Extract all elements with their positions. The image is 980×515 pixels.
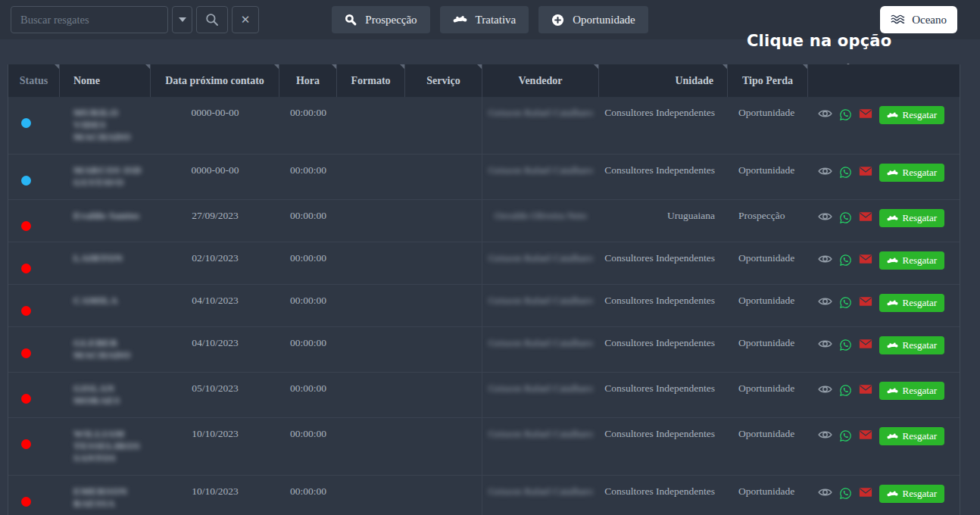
status-cell [8,285,60,326]
email-icon[interactable] [859,211,872,222]
resgatar-button[interactable]: Resgatar [879,209,944,227]
resgatar-button[interactable]: Resgatar [879,427,944,445]
resgatar-button[interactable]: Resgatar [879,382,944,400]
data-proximo-contato-cell: 05/10/2023 [151,373,279,417]
resgatar-button[interactable]: Resgatar [879,336,944,354]
hora-cell: 00:00:00 [279,97,337,154]
eye-icon[interactable] [818,254,832,264]
email-icon[interactable] [859,166,872,176]
plus-circle-icon [551,14,564,27]
formato-cell [337,418,405,475]
email-icon[interactable] [859,296,872,307]
servico-cell [405,200,482,242]
prospeccao-button[interactable]: Prospecção [332,6,429,33]
vendedor-cell: Geisson Rafael Catalharo [482,97,599,154]
nome-text-blurred: CAMILA [60,295,151,307]
whatsapp-icon[interactable] [839,166,852,179]
column-header-servico[interactable]: Serviço [405,64,482,97]
formato-cell [337,154,405,199]
status-cell [8,476,60,515]
whatsapp-icon[interactable] [839,429,852,442]
email-icon[interactable] [859,108,872,119]
resgatar-button[interactable]: Resgatar [879,294,944,312]
resgatar-label: Resgatar [903,430,937,442]
column-header-formato[interactable]: Formato [337,64,405,97]
nome-cell: CAMILA [60,285,151,326]
tipo-perda-cell: Oportunidade [728,154,808,199]
vendedor-cell: Geisson Rafael Catalharo [482,154,599,199]
servico-cell [405,418,482,475]
status-cell [8,327,60,372]
table-row: GISLAN MORAES 05/10/2023 00:00:00 Geisso… [8,372,960,417]
whatsapp-icon[interactable] [839,487,852,500]
data-proximo-contato-cell: 27/09/2023 [151,200,279,242]
column-header-hora[interactable]: Hora [279,64,337,97]
column-header-unidade[interactable]: Unidade [599,64,728,97]
eye-icon[interactable] [818,296,832,307]
oceano-button[interactable]: Oceano [880,6,957,33]
handshake-icon [887,490,898,498]
column-header-vendedor[interactable]: Vendedor [482,64,599,97]
search-button[interactable] [196,6,228,33]
servico-cell [405,285,482,326]
table-row: EMERSON BAESSA 10/10/2023 00:00:00 Geiss… [8,475,960,515]
nome-text-blurred: GLEBER MACHADO [60,337,151,361]
email-icon[interactable] [859,384,872,395]
eye-icon[interactable] [818,166,832,176]
servico-cell [405,373,482,417]
email-icon[interactable] [859,339,872,349]
unidade-cell: Consultores Independentes [599,373,728,417]
tipo-perda-cell: Prospecção [728,200,808,242]
resgatar-button[interactable]: Resgatar [879,251,944,270]
acoes-cell: Resgatar [808,97,960,124]
whatsapp-icon[interactable] [839,254,852,267]
status-dot [21,439,31,449]
nome-cell: MURILO VIDES MACHADO [60,97,151,154]
whatsapp-icon[interactable] [839,384,852,397]
email-icon[interactable] [859,254,872,264]
formato-cell [337,327,405,372]
search-input[interactable] [11,6,168,33]
whatsapp-icon[interactable] [839,296,852,309]
resgatar-label: Resgatar [903,109,937,121]
clear-search-button[interactable]: ✕ [232,6,259,33]
column-header-nome[interactable]: Nome [60,64,151,97]
eye-icon[interactable] [818,429,832,440]
eye-icon[interactable] [818,108,832,119]
whatsapp-icon[interactable] [839,211,852,224]
resgatar-button[interactable]: Resgatar [879,106,944,124]
status-dot [21,306,31,316]
table-row: Evaldo Santos 27/09/2023 00:00:00 Osvald… [8,199,960,242]
acoes-cell: Resgatar [808,418,960,445]
resgatar-button[interactable]: Resgatar [879,164,944,182]
table-header-row: Status Nome Data próximo contato Hora Fo… [8,64,960,97]
column-header-tipo-perda[interactable]: Tipo Perda [728,64,808,97]
resgates-table: Status Nome Data próximo contato Hora Fo… [8,64,960,515]
oportunidade-button[interactable]: Oportunidade [538,6,648,33]
eye-icon[interactable] [818,339,832,349]
nome-text-blurred: LAIRTON [60,252,151,264]
column-header-data[interactable]: Data próximo contato [151,64,279,97]
data-proximo-contato-cell: 04/10/2023 [151,327,279,372]
prospeccao-label: Prospecção [365,14,417,27]
tipo-perda-cell: Oportunidade [728,418,808,475]
eye-icon[interactable] [818,211,832,222]
acoes-cell: Resgatar [808,285,960,312]
eye-icon[interactable] [818,384,832,395]
email-icon[interactable] [859,487,872,498]
vendedor-text-blurred: Osvaldo Oliveira Neto [495,210,587,221]
tipo-perda-cell: Oportunidade [728,97,808,154]
resgatar-button[interactable]: Resgatar [879,485,944,503]
column-header-status[interactable]: Status [8,64,60,97]
whatsapp-icon[interactable] [839,339,852,351]
chevron-down-icon [179,17,186,22]
search-dropdown-button[interactable] [172,6,192,33]
eye-icon[interactable] [818,487,832,498]
search-group: ✕ [11,6,259,33]
tratativa-button[interactable]: Tratativa [440,6,529,33]
waves-icon [891,14,905,26]
hora-cell: 00:00:00 [279,373,337,417]
whatsapp-icon[interactable] [839,108,852,121]
vendedor-cell: Geisson Rafael Catalharo [482,327,599,372]
email-icon[interactable] [859,429,872,440]
